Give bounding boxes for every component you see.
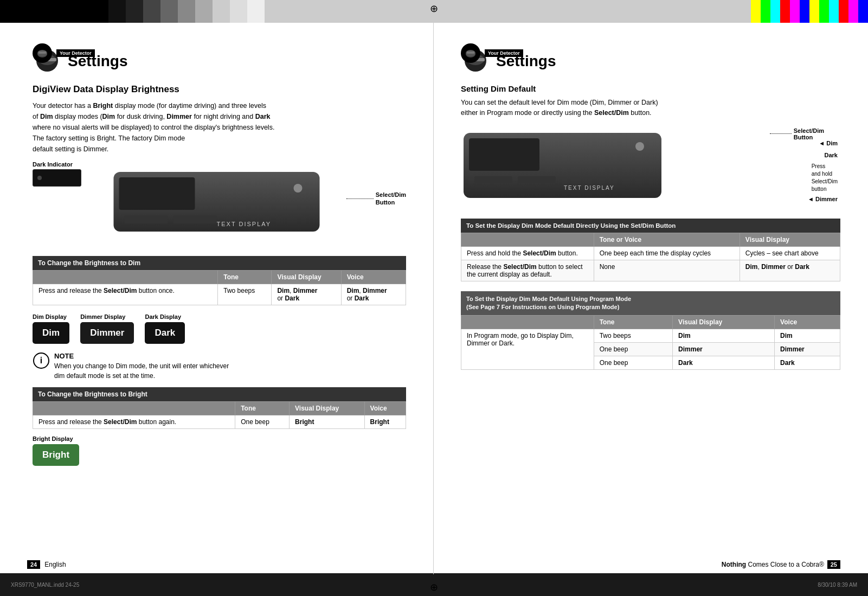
td-r2-tone1: Two beeps — [594, 329, 672, 343]
main-content: Your Detector Settings DigiView Data Dis… — [0, 22, 868, 574]
dark-annotation: Dark — [825, 152, 838, 158]
th2-action — [33, 402, 235, 415]
dim-annotation: ◄ Dim — [819, 140, 838, 146]
td-r1-a1: Press and hold the Select/Dim button. — [461, 246, 594, 260]
section-title-left: DigiView Data Display Brightness — [33, 84, 406, 95]
th2-voice: Voice — [364, 402, 406, 415]
dark-indicator-label: Dark Indicator — [33, 161, 81, 168]
table-dim-title: To Change the Brightness to Dim — [33, 256, 406, 270]
select-dim-right: Select/DimButton — [346, 191, 406, 207]
note-text: When you change to Dim mode, the unit wi… — [54, 361, 229, 381]
select-dim-btn-text: Select/DimButton — [794, 127, 824, 140]
dark-box: Dark — [145, 322, 185, 344]
svg-point-25 — [635, 142, 644, 151]
td-visual: Dim, Dimmeror Dark — [272, 284, 341, 305]
bright-display-group: Bright Display Bright — [33, 435, 406, 466]
td-voice: Dim, Dimmeror Dark — [341, 284, 406, 305]
td-r2-instruction: In Program mode, go to Display Dim, Dimm… — [461, 329, 594, 370]
section-title-right: Setting Dim Default — [461, 84, 840, 93]
th-r2-action — [461, 316, 594, 329]
table-row: Press and release the Select/Dim button … — [33, 284, 406, 305]
page-number-right: 25 — [827, 560, 840, 569]
grayscale-bars — [108, 0, 265, 23]
svg-rect-26 — [474, 176, 512, 183]
svg-text:i: i — [40, 356, 42, 365]
th2-tone: Tone — [235, 402, 290, 415]
td-r2-visual3: Dark — [673, 356, 775, 370]
table-r1-title: To Set the Display Dim Mode Default Dire… — [461, 219, 840, 233]
table-r2-content: Tone Visual Display Voice In Program mod… — [461, 315, 840, 370]
td2-voice: Bright — [364, 415, 406, 429]
td-action: Press and release the Select/Dim button … — [33, 284, 218, 305]
note-section: i NOTE When you change to Dim mode, the … — [33, 352, 406, 381]
th-tone: Tone — [218, 271, 272, 284]
page-right: Your Detector Settings Setting Dim Defau… — [434, 22, 867, 574]
table-dim-content: Tone Visual Display Voice Press and rele… — [33, 270, 406, 305]
td-r2-voice1: Dim — [775, 329, 840, 343]
table-row: Press and hold the Select/Dim button. On… — [461, 246, 840, 260]
table-r2-title: To Set the Display Dim Mode Default Usin… — [461, 291, 840, 316]
bottom-left-text: XRS9770_MANL.indd 24-25 — [11, 582, 79, 588]
svg-rect-8 — [119, 177, 195, 210]
td-r1-visual1: Cycles – see chart above — [740, 246, 840, 260]
bright-display-label: Bright Display — [33, 435, 406, 442]
your-detector-label-right: Your Detector — [485, 49, 523, 57]
td2-visual: Bright — [290, 415, 365, 429]
table-dim: To Change the Brightness to Dim Tone Vis… — [33, 256, 406, 305]
english-label: English — [44, 561, 66, 568]
body-paragraph: Your detector has a Bright display mode … — [33, 100, 406, 155]
td-r1-tone1: One beep each time the display cycles — [594, 246, 740, 260]
dim-label: Dim Display — [33, 313, 69, 320]
th-r1-action — [461, 233, 594, 246]
th-r2-tone: Tone — [594, 316, 672, 329]
svg-rect-12 — [173, 215, 217, 223]
td-r1-visual2: Dim, Dimmer or Dark — [740, 260, 840, 281]
dimmer-label: Dimmer Display — [80, 313, 134, 320]
note-content: NOTE When you change to Dim mode, the un… — [54, 352, 229, 381]
th-voice: Voice — [341, 271, 406, 284]
your-detector-left: Your Detector — [33, 43, 95, 63]
th-r1-tone: Tone or Voice — [594, 233, 740, 246]
td-tone: Two beeps — [218, 284, 272, 305]
device-image-right-wrapper: TEXT DISPLAY Select/DimButton ◄ Dim Dark… — [461, 125, 840, 208]
detector-icon-circle-right — [461, 43, 480, 63]
th2-visual: Visual Display — [290, 402, 365, 415]
note-icon: i — [33, 352, 50, 371]
device-image-left: Dark Indicator TEXT DISPLAY — [33, 161, 406, 248]
td-r2-visual1: Dim — [673, 329, 775, 343]
dotted-line — [346, 198, 374, 199]
note-title: NOTE — [54, 352, 74, 360]
bold-select-dim: Select/Dim — [594, 109, 629, 117]
device-image-right: TEXT DISPLAY — [461, 125, 667, 206]
td2-action: Press and release the Select/Dim button … — [33, 415, 235, 429]
svg-text:TEXT DISPLAY: TEXT DISPLAY — [564, 185, 615, 191]
th-action — [33, 271, 218, 284]
svg-rect-27 — [518, 176, 556, 183]
bold-dark: Dark — [255, 113, 271, 120]
th-r2-visual: Visual Display — [673, 316, 775, 329]
registration-mark-top: ⊕ — [430, 3, 438, 15]
td-r2-voice3: Dark — [775, 356, 840, 370]
td-r1-tone2: None — [594, 260, 740, 281]
dark-display-group: Dark Display Dark — [145, 313, 185, 344]
table-r1-content: Tone or Voice Visual Display Press and h… — [461, 233, 840, 281]
your-detector-label-left: Your Detector — [56, 49, 95, 57]
dark-indicator: Dark Indicator — [33, 161, 81, 187]
table-right-1: To Set the Display Dim Mode Default Dire… — [461, 219, 840, 281]
th-r2-voice: Voice — [775, 316, 840, 329]
bold-dim2: Dim — [102, 113, 115, 120]
select-dim-label: Select/DimButton — [376, 191, 406, 207]
display-modes-row: Dim Display Dim Dimmer Display Dimmer Da… — [33, 313, 406, 344]
svg-rect-11 — [125, 215, 168, 223]
table-bright-content: Tone Visual Display Voice Press and rele… — [33, 401, 406, 429]
page-num-right: Nothing Comes Close to a Cobra® 25 — [722, 560, 840, 569]
your-detector-right: Your Detector — [461, 43, 523, 63]
bottom-right-text: 8/30/10 8:39 AM — [818, 582, 857, 588]
page-number-left: 24 — [27, 560, 40, 569]
table-row: In Program mode, go to Display Dim, Dimm… — [461, 329, 840, 343]
td-r2-voice2: Dimmer — [775, 343, 840, 356]
body-paragraph-right: You can set the default level for Dim mo… — [461, 98, 840, 118]
dimmer-text-annotation: ◄ Dimmer — [808, 196, 838, 202]
color-swatch-bars — [751, 0, 868, 23]
device-body-left: TEXT DISPLAY — [81, 161, 352, 242]
